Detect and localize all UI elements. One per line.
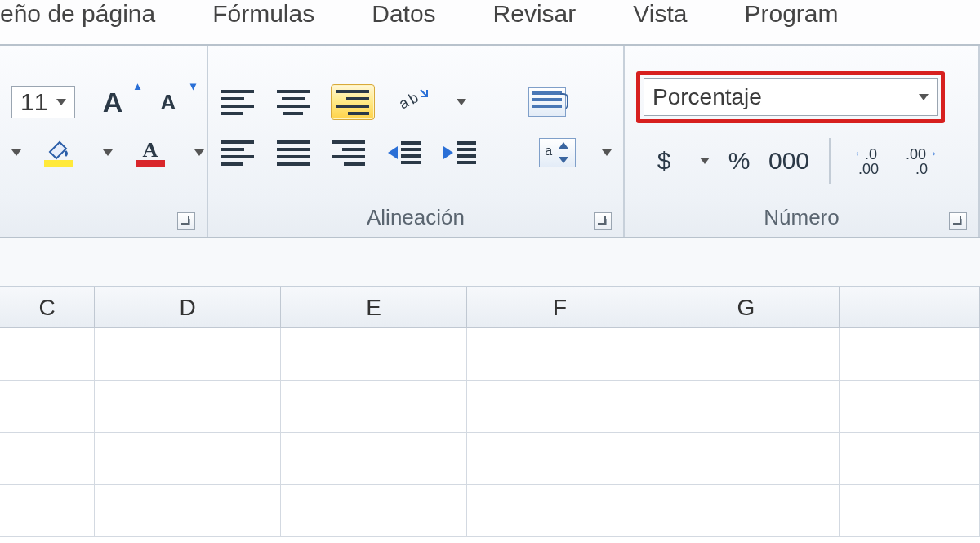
cell[interactable] xyxy=(95,485,281,537)
cell[interactable] xyxy=(281,328,467,381)
cell[interactable] xyxy=(653,328,840,381)
column-header[interactable]: C xyxy=(0,287,95,328)
fill-color-dropdown[interactable] xyxy=(103,149,113,156)
column-header[interactable]: G xyxy=(653,287,840,328)
wrap-text-button[interactable] xyxy=(528,84,566,120)
cell[interactable] xyxy=(0,485,95,537)
column-header[interactable] xyxy=(840,287,980,328)
font-size-combo[interactable]: 11 xyxy=(11,84,75,120)
spreadsheet-grid: C D E F G xyxy=(0,287,980,537)
increase-indent-button[interactable] xyxy=(442,135,478,171)
align-top-button[interactable] xyxy=(220,84,256,120)
column-header[interactable]: D xyxy=(95,287,281,328)
align-middle-button[interactable] xyxy=(275,84,311,120)
fill-color-button[interactable] xyxy=(41,135,77,171)
cell[interactable] xyxy=(840,328,980,381)
tab-review[interactable]: Revisar xyxy=(493,0,577,28)
ribbon: 11 A▴ A▾ A xyxy=(0,46,980,238)
svg-text:A: A xyxy=(143,139,158,160)
cell[interactable] xyxy=(653,381,840,433)
comma-style-button[interactable]: 000 xyxy=(768,143,809,179)
column-header[interactable]: E xyxy=(281,287,467,328)
number-dialog-launcher[interactable] xyxy=(949,212,967,230)
cell[interactable] xyxy=(95,433,281,485)
cell[interactable] xyxy=(281,433,467,485)
cell[interactable] xyxy=(467,381,653,433)
cell[interactable] xyxy=(653,433,840,485)
accounting-format-button[interactable]: $ xyxy=(646,143,682,179)
fill-color-swatch xyxy=(44,160,74,167)
svg-text:.00: .00 xyxy=(858,161,879,177)
merge-center-button[interactable] xyxy=(539,135,576,171)
merge-center-icon xyxy=(539,138,576,167)
cell[interactable] xyxy=(840,381,980,433)
grow-font-button[interactable]: A▴ xyxy=(95,84,131,120)
cells xyxy=(0,328,980,537)
align-left-button[interactable] xyxy=(220,135,256,171)
group-label-number: Número xyxy=(764,205,839,230)
tab-formulas[interactable]: Fórmulas xyxy=(212,0,314,28)
number-format-highlight: Porcentaje xyxy=(636,71,945,123)
font-color-dropdown[interactable] xyxy=(194,149,204,156)
font-color-swatch xyxy=(136,160,165,167)
orientation-button[interactable]: ab xyxy=(394,84,430,120)
border-split-dropdown[interactable] xyxy=(11,149,21,156)
formula-bar-area[interactable] xyxy=(0,238,980,287)
cell[interactable] xyxy=(281,485,467,537)
cell[interactable] xyxy=(840,485,980,537)
cell[interactable] xyxy=(653,485,840,537)
cell[interactable] xyxy=(840,433,980,485)
cell[interactable] xyxy=(467,485,653,537)
cell[interactable] xyxy=(95,381,281,433)
percent-style-button[interactable]: % xyxy=(721,143,757,179)
font-size-value: 11 xyxy=(20,88,47,116)
group-font: 11 A▴ A▾ A xyxy=(0,46,208,237)
cell[interactable] xyxy=(0,328,95,381)
cell[interactable] xyxy=(0,433,95,485)
group-alignment: ab xyxy=(208,46,625,237)
cell[interactable] xyxy=(95,328,281,381)
cell[interactable] xyxy=(467,328,653,381)
orientation-dropdown[interactable] xyxy=(457,99,466,105)
merge-center-dropdown[interactable] xyxy=(602,149,612,156)
separator xyxy=(829,138,831,184)
cell[interactable] xyxy=(0,381,95,433)
svg-text:.00: .00 xyxy=(906,146,926,162)
decrease-indent-button[interactable] xyxy=(386,135,422,171)
accounting-format-dropdown[interactable] xyxy=(700,158,710,164)
wrap-text-icon xyxy=(528,87,566,117)
cell[interactable] xyxy=(467,433,653,485)
decrease-decimal-button[interactable]: .00 → .0 xyxy=(901,143,940,179)
ribbon-tabs: eño de página Fórmulas Datos Revisar Vis… xyxy=(0,0,980,46)
alignment-dialog-launcher[interactable] xyxy=(594,212,612,230)
group-label-alignment: Alineación xyxy=(367,205,465,230)
increase-decimal-button[interactable]: ← .0 .00 xyxy=(850,143,889,179)
tab-view[interactable]: Vista xyxy=(633,0,687,28)
svg-text:.0: .0 xyxy=(865,146,877,162)
svg-text:.0: .0 xyxy=(915,161,928,177)
number-format-combo[interactable]: Porcentaje xyxy=(644,78,938,116)
align-bottom-button[interactable] xyxy=(331,84,375,120)
cell[interactable] xyxy=(281,381,467,433)
tab-developer[interactable]: Program xyxy=(744,0,838,28)
tab-data[interactable]: Datos xyxy=(372,0,435,28)
align-center-button[interactable] xyxy=(275,135,311,171)
shrink-font-button[interactable]: A▾ xyxy=(150,84,186,120)
column-header[interactable]: F xyxy=(467,287,653,328)
svg-text:→: → xyxy=(925,146,938,160)
align-right-button[interactable] xyxy=(331,135,367,171)
column-headers: C D E F G xyxy=(0,287,980,328)
number-format-value: Porcentaje xyxy=(653,84,762,110)
font-color-button[interactable]: A xyxy=(132,135,168,171)
group-number: Porcentaje $ % 000 xyxy=(625,46,980,237)
font-dialog-launcher[interactable] xyxy=(177,212,195,230)
tab-page-layout[interactable]: eño de página xyxy=(0,0,155,28)
